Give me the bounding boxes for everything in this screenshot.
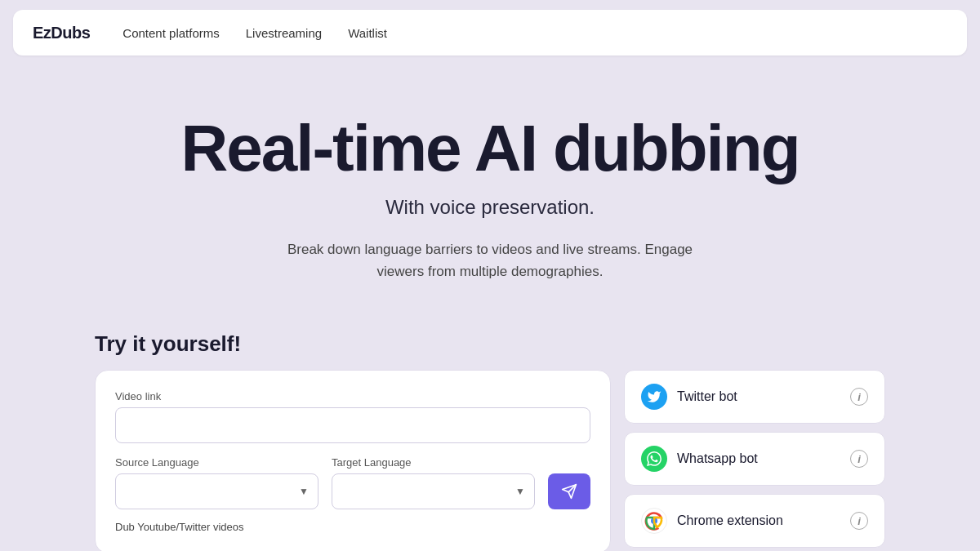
twitter-bot-info-icon[interactable]: i — [850, 388, 868, 406]
twitter-bot-card[interactable]: Twitter bot i — [624, 370, 885, 424]
source-language-label: Source Language — [115, 456, 318, 469]
hero-title: Real-time AI dubbing — [16, 114, 964, 183]
source-language-group: Source Language English Spanish French G… — [115, 456, 318, 509]
nav-links: Content platforms Livestreaming Waitlist — [122, 26, 387, 40]
nav-content-platforms[interactable]: Content platforms — [122, 26, 219, 40]
bot-cards-container: Twitter bot i Whatsapp bot i — [624, 370, 885, 548]
navbar: EzDubs Content platforms Livestreaming W… — [13, 10, 967, 56]
hero-section: Real-time AI dubbing With voice preserva… — [0, 65, 980, 315]
send-icon — [561, 483, 577, 500]
try-section: Try it yourself! Video link Source Langu… — [0, 315, 980, 551]
hero-description: Break down language barriers to videos a… — [286, 238, 694, 282]
target-language-label: Target Language — [332, 456, 535, 469]
form-card: Video link Source Language English Spani… — [95, 370, 611, 551]
whatsapp-icon — [641, 446, 667, 472]
chrome-extension-left: Chrome extension — [641, 508, 783, 534]
chrome-extension-card[interactable]: Chrome extension i — [624, 494, 885, 548]
twitter-bot-name: Twitter bot — [677, 389, 737, 404]
twitter-bot-left: Twitter bot — [641, 384, 737, 410]
whatsapp-bot-card[interactable]: Whatsapp bot i — [624, 432, 885, 486]
source-language-select[interactable]: English Spanish French German Chinese — [115, 473, 318, 509]
chrome-extension-name: Chrome extension — [677, 513, 783, 528]
target-language-select[interactable]: English Spanish French German Chinese — [332, 473, 535, 509]
source-language-wrapper: English Spanish French German Chinese ▼ — [115, 473, 318, 509]
try-title: Try it yourself! — [95, 331, 885, 357]
nav-waitlist[interactable]: Waitlist — [348, 26, 387, 40]
form-footer-text: Dub Youtube/Twitter videos — [115, 521, 590, 533]
whatsapp-bot-name: Whatsapp bot — [677, 451, 758, 466]
language-row: Source Language English Spanish French G… — [115, 456, 590, 509]
video-link-label: Video link — [115, 390, 590, 402]
twitter-bird-icon — [641, 384, 667, 410]
chrome-icon — [641, 508, 667, 534]
logo[interactable]: EzDubs — [33, 24, 90, 42]
submit-button[interactable] — [548, 473, 590, 509]
nav-livestreaming[interactable]: Livestreaming — [246, 26, 322, 40]
hero-subtitle: With voice preservation. — [16, 196, 964, 219]
video-link-group: Video link — [115, 390, 590, 443]
whatsapp-bot-left: Whatsapp bot — [641, 446, 758, 472]
whatsapp-bot-info-icon[interactable]: i — [850, 450, 868, 468]
try-content: Video link Source Language English Spani… — [95, 370, 885, 551]
chrome-extension-info-icon[interactable]: i — [850, 512, 868, 530]
video-link-input[interactable] — [115, 407, 590, 443]
target-language-group: Target Language English Spanish French G… — [332, 456, 535, 509]
target-language-wrapper: English Spanish French German Chinese ▼ — [332, 473, 535, 509]
